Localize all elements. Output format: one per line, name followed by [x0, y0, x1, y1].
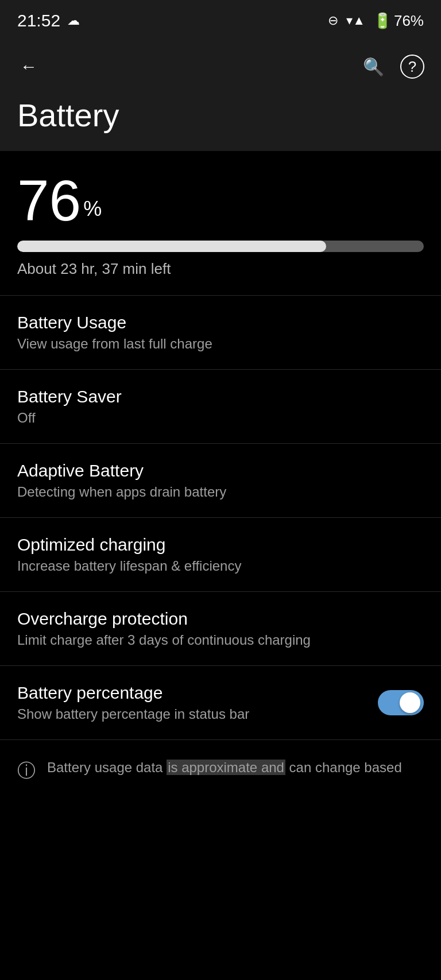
info-section: ⓘ Battery usage data is approximate and …: [0, 740, 441, 795]
battery-saver-subtitle: Off: [17, 410, 424, 426]
adaptive-battery-title: Adaptive Battery: [17, 461, 424, 481]
battery-percent-status: 76%: [394, 12, 424, 30]
optimized-charging-title: Optimized charging: [17, 535, 424, 555]
search-button[interactable]: 🔍: [358, 52, 388, 82]
main-content: 76 % About 23 hr, 37 min left Battery Us…: [0, 151, 441, 795]
wifi-icon: ▾▲: [346, 13, 365, 28]
page-title: Battery: [17, 96, 424, 134]
battery-percentage-display: 76 %: [17, 172, 424, 229]
info-icon: ⓘ: [17, 758, 36, 784]
overcharge-protection-title: Overcharge protection: [17, 609, 424, 629]
battery-percent-sign: %: [83, 197, 102, 221]
battery-saver-item[interactable]: Battery Saver Off: [0, 370, 441, 443]
overcharge-protection-item[interactable]: Overcharge protection Limit charge after…: [0, 592, 441, 665]
battery-percentage-item[interactable]: Battery percentage Show battery percenta…: [0, 666, 441, 739]
battery-percentage-control: [378, 690, 424, 715]
help-button[interactable]: ?: [397, 52, 427, 82]
battery-percentage-text: Battery percentage Show battery percenta…: [17, 683, 366, 722]
battery-usage-title: Battery Usage: [17, 313, 424, 332]
top-app-bar: ← 🔍 ?: [0, 41, 441, 92]
page-title-section: Battery: [0, 92, 441, 151]
battery-progress-fill: [17, 241, 326, 252]
cloud-icon: ☁: [67, 13, 80, 28]
battery-number: 76: [17, 172, 81, 229]
search-icon: 🔍: [363, 57, 384, 77]
battery-level-section: 76 % About 23 hr, 37 min left: [0, 151, 441, 295]
back-button[interactable]: ←: [14, 52, 44, 82]
dnd-icon: ⊖: [328, 13, 338, 28]
top-bar-actions: 🔍 ?: [358, 52, 427, 82]
adaptive-battery-item[interactable]: Adaptive Battery Detecting when apps dra…: [0, 444, 441, 517]
adaptive-battery-subtitle: Detecting when apps drain battery: [17, 484, 424, 500]
settings-list: Battery Usage View usage from last full …: [0, 296, 441, 740]
battery-percentage-toggle[interactable]: [378, 690, 424, 715]
status-bar-right: ⊖ ▾▲ 🔋 76%: [328, 12, 424, 30]
battery-percentage-subtitle: Show battery percentage in status bar: [17, 706, 366, 722]
battery-saver-title: Battery Saver: [17, 387, 424, 406]
battery-status: 🔋 76%: [373, 12, 424, 30]
battery-saver-text: Battery Saver Off: [17, 387, 424, 426]
battery-usage-text: Battery Usage View usage from last full …: [17, 313, 424, 352]
adaptive-battery-text: Adaptive Battery Detecting when apps dra…: [17, 461, 424, 500]
optimized-charging-text: Optimized charging Increase battery life…: [17, 535, 424, 574]
status-time: 21:52: [17, 11, 60, 30]
battery-usage-item[interactable]: Battery Usage View usage from last full …: [0, 296, 441, 369]
help-icon: ?: [400, 55, 424, 79]
overcharge-protection-subtitle: Limit charge after 3 days of continuous …: [17, 632, 424, 648]
battery-time-remaining: About 23 hr, 37 min left: [17, 260, 424, 278]
optimized-charging-item[interactable]: Optimized charging Increase battery life…: [0, 518, 441, 591]
battery-progress-bar: [17, 241, 424, 252]
battery-icon: 🔋: [373, 12, 392, 30]
info-text: Battery usage data is approximate and ca…: [47, 757, 402, 778]
battery-percentage-title: Battery percentage: [17, 683, 366, 703]
overcharge-protection-text: Overcharge protection Limit charge after…: [17, 609, 424, 648]
toggle-knob: [400, 692, 420, 713]
battery-usage-subtitle: View usage from last full charge: [17, 336, 424, 352]
back-icon: ←: [20, 57, 37, 76]
optimized-charging-subtitle: Increase battery lifespan & efficiency: [17, 558, 424, 574]
status-bar: 21:52 ☁ ⊖ ▾▲ 🔋 76%: [0, 0, 441, 41]
status-bar-left: 21:52 ☁: [17, 11, 80, 30]
